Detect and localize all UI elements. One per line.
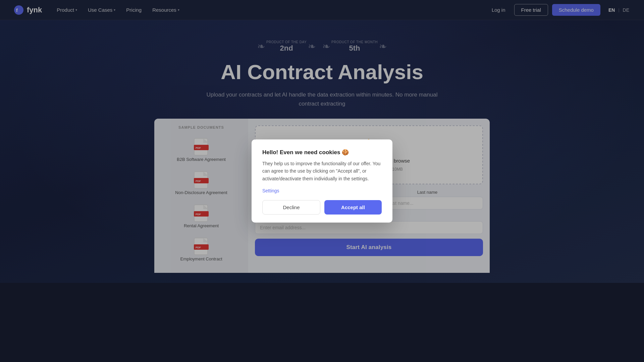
cookie-buttons: Decline Accept all <box>262 200 382 215</box>
decline-button[interactable]: Decline <box>262 200 320 215</box>
cookie-modal: Hello! Even we need cookies 🍪 They help … <box>252 139 392 223</box>
cookie-title: Hello! Even we need cookies 🍪 <box>262 149 382 156</box>
accept-all-button[interactable]: Accept all <box>324 200 382 215</box>
cookie-overlay: Hello! Even we need cookies 🍪 They help … <box>0 0 644 362</box>
cookie-settings-link[interactable]: Settings <box>262 188 279 193</box>
cookie-body: They help us to improve the functionalit… <box>262 160 382 182</box>
